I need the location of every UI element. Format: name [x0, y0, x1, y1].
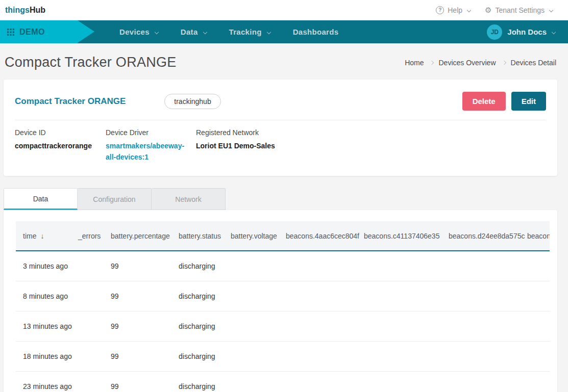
- page-title: Compact Tracker ORANGE: [5, 55, 177, 70]
- delete-button[interactable]: Delete: [462, 92, 506, 111]
- table-cell: [357, 281, 441, 311]
- nav-item-tracking[interactable]: Tracking: [229, 28, 270, 36]
- help-menu[interactable]: ? Help: [436, 6, 471, 14]
- topbar-right: ? Help ⚙ Tenant Settings: [436, 6, 553, 14]
- table-cell: 99: [104, 281, 171, 311]
- table-row[interactable]: 13 minutes ago99discharging: [16, 311, 550, 341]
- device-card: Compact Tracker ORANGE trackinghub Delet…: [4, 80, 557, 176]
- table-row[interactable]: 18 minutes ago99discharging: [16, 341, 550, 371]
- data-table-card: time↓_errorsbattery.percentagebattery.st…: [4, 210, 557, 392]
- table-cell: [441, 341, 520, 371]
- column-header-beacons.4aac6cec804f[interactable]: beacons.4aac6cec804f: [279, 221, 357, 251]
- table-cell: [279, 371, 357, 392]
- device-tag-badge: trackinghub: [164, 94, 220, 109]
- chevron-down-icon: [552, 30, 556, 34]
- sort-desc-icon: ↓: [40, 232, 44, 240]
- tab-network[interactable]: Network: [152, 188, 226, 210]
- user-menu[interactable]: JD John Docs: [487, 24, 555, 40]
- column-label: beacons.4aac6cec804f: [286, 232, 359, 240]
- column-label: beacons.d24ee8da575c: [449, 232, 525, 240]
- table-cell: 99: [104, 311, 171, 341]
- column-label: battery.status: [179, 232, 221, 240]
- table-cell: [357, 251, 441, 281]
- page-head: Compact Tracker ORANGE Home Devices Over…: [4, 43, 557, 80]
- table-cell: 23 minutes ago: [16, 371, 71, 392]
- table-row[interactable]: 23 minutes ago99discharging: [16, 371, 550, 392]
- table-cell: discharging: [171, 281, 224, 311]
- tab-configuration[interactable]: Configuration: [78, 188, 152, 210]
- table-cell: [71, 281, 104, 311]
- table-cell: [357, 311, 441, 341]
- chevron-down-icon: [467, 8, 471, 12]
- table-cell: [224, 281, 279, 311]
- table-cell: [520, 311, 550, 341]
- device-id-value: compacttrackerorange: [15, 141, 106, 152]
- column-label: battery.voltage: [231, 232, 277, 240]
- table-cell: [279, 341, 357, 371]
- table-header: time↓_errorsbattery.percentagebattery.st…: [16, 221, 550, 251]
- column-header-_errors[interactable]: _errors: [71, 221, 104, 251]
- table-cell: discharging: [171, 341, 224, 371]
- column-header-beacons.c41137406e35[interactable]: beacons.c41137406e35: [357, 221, 441, 251]
- table-cell: [71, 311, 104, 341]
- table-cell: [279, 281, 357, 311]
- table-cell: [520, 281, 550, 311]
- table-cell: 99: [104, 371, 171, 392]
- detail-tabs: Data Configuration Network: [4, 188, 557, 210]
- nav-item-label: Tracking: [229, 28, 262, 36]
- table-cell: [71, 371, 104, 392]
- breadcrumb-home[interactable]: Home: [405, 59, 424, 67]
- table-cell: [520, 251, 550, 281]
- data-table: time↓_errorsbattery.percentagebattery.st…: [16, 221, 550, 392]
- field-label: Device Driver: [106, 128, 196, 137]
- table-cell: [71, 341, 104, 371]
- brand-prefix: things: [5, 6, 30, 14]
- device-title: Compact Tracker ORANGE: [15, 96, 126, 107]
- chevron-down-icon: [549, 8, 553, 12]
- table-cell: [357, 371, 441, 392]
- edit-button[interactable]: Edit: [511, 92, 546, 111]
- tab-data[interactable]: Data: [4, 188, 78, 210]
- brand-suffix: Hub: [30, 6, 45, 14]
- table-cell: [357, 341, 441, 371]
- brand-logo[interactable]: thingsHub: [5, 6, 45, 15]
- nav-item-devices[interactable]: Devices: [119, 28, 158, 36]
- table-row[interactable]: 8 minutes ago99discharging: [16, 281, 550, 311]
- tenant-switcher[interactable]: DEMO: [0, 20, 78, 43]
- breadcrumb-devices-detail: Devices Detail: [511, 59, 556, 67]
- tenant-label: DEMO: [19, 28, 45, 37]
- table-cell: [441, 251, 520, 281]
- column-label: battery.percentage: [111, 232, 170, 240]
- column-header-battery.status[interactable]: battery.status: [171, 221, 224, 251]
- column-header-battery.voltage[interactable]: battery.voltage: [224, 221, 279, 251]
- breadcrumb-devices-overview[interactable]: Devices Overview: [438, 59, 496, 67]
- field-label: Registered Network: [196, 128, 546, 137]
- nav-item-data[interactable]: Data: [181, 28, 207, 36]
- column-label: beacons.c41137406e35: [364, 232, 439, 240]
- breadcrumb-separator-icon: [430, 60, 434, 64]
- table-cell: [441, 371, 520, 392]
- chevron-down-icon: [203, 30, 207, 34]
- table-cell: [441, 311, 520, 341]
- column-header-beacons.d24ee8da575c[interactable]: beacons.d24ee8da575c: [441, 221, 520, 251]
- breadcrumb: Home Devices Overview Devices Detail: [405, 59, 556, 67]
- column-header-battery.percentage[interactable]: battery.percentage: [104, 221, 171, 251]
- device-fields: Device ID compacttrackerorange Device Dr…: [15, 128, 546, 163]
- tenant-settings-menu[interactable]: ⚙ Tenant Settings: [485, 6, 553, 14]
- table-cell: [224, 311, 279, 341]
- device-driver-link[interactable]: smartmakers/abeeway-all-devices:1: [106, 141, 191, 163]
- table-row[interactable]: 3 minutes ago99discharging: [16, 251, 550, 281]
- table-scroll-area[interactable]: time↓_errorsbattery.percentagebattery.st…: [16, 221, 550, 392]
- column-header-time[interactable]: time↓: [16, 221, 71, 251]
- gear-icon: ⚙: [485, 6, 491, 14]
- top-bar: thingsHub ? Help ⚙ Tenant Settings: [0, 0, 568, 20]
- nav-item-dashboards[interactable]: Dashboards: [293, 28, 339, 36]
- table-cell: [224, 371, 279, 392]
- table-cell: [520, 341, 550, 371]
- help-icon: ?: [436, 6, 444, 14]
- field-registered-network: Registered Network Loriot EU1 Demo-Sales: [196, 128, 546, 163]
- field-label: Device ID: [15, 128, 106, 137]
- table-cell: [279, 251, 357, 281]
- divider: [15, 120, 546, 120]
- main-navbar: DEMO Devices Data Tracking Dashboards JD…: [0, 20, 568, 43]
